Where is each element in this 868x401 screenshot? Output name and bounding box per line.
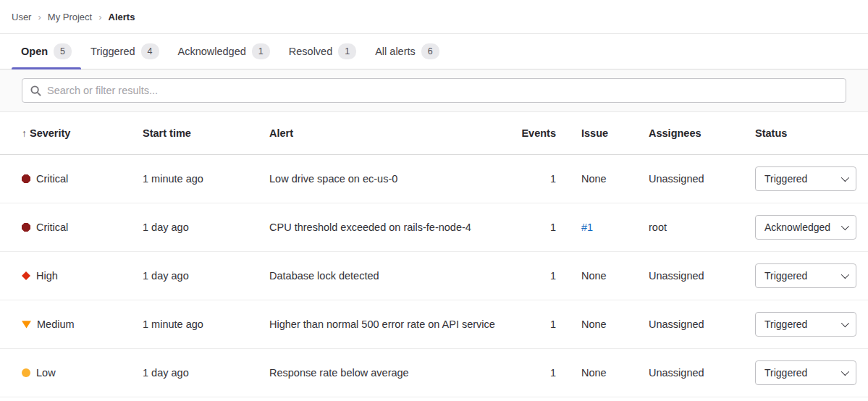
status-cell: Triggered — [744, 360, 856, 385]
severity-icon — [22, 223, 30, 232]
events-count-cell: 1 — [511, 270, 556, 282]
start-time-cell: 1 day ago — [132, 367, 259, 379]
status-dropdown-label: Triggered — [764, 173, 807, 185]
tab-label: Acknowledged — [178, 46, 246, 57]
status-dropdown[interactable]: Triggered — [755, 360, 856, 385]
severity-cell: Low — [12, 367, 132, 379]
tab-count-badge: 1 — [252, 43, 270, 60]
start-time-cell: 1 minute ago — [132, 318, 259, 330]
severity-icon — [22, 174, 30, 183]
status-cell: Acknowledged — [744, 215, 856, 240]
status-dropdown-label: Triggered — [764, 270, 807, 282]
events-count-cell: 1 — [511, 367, 556, 379]
status-dropdown[interactable]: Acknowledged — [755, 215, 856, 240]
status-dropdown[interactable]: Triggered — [755, 166, 856, 191]
alert-title-cell: Response rate below average — [259, 367, 511, 379]
breadcrumb-user[interactable]: User — [12, 12, 31, 22]
alert-title-cell: Database lock detected — [259, 270, 511, 282]
issue-cell: None — [556, 173, 639, 185]
search-input[interactable] — [47, 85, 838, 96]
status-cell: Triggered — [744, 166, 856, 191]
column-header-start-time[interactable]: Start time — [132, 127, 259, 139]
severity-cell: Critical — [12, 173, 132, 185]
chevron-down-icon — [841, 368, 849, 376]
chevron-down-icon — [841, 271, 849, 279]
breadcrumb-separator: › — [98, 12, 101, 22]
issue-cell: None — [556, 367, 639, 379]
alert-title-cell: CPU threshold exceeded on rails-fe-node-… — [259, 221, 511, 233]
sort-ascending-icon: ↑ — [22, 127, 27, 139]
tab-label: Resolved — [289, 46, 332, 57]
column-header-status: Status — [744, 127, 856, 139]
tab-label: Open — [21, 46, 48, 57]
events-count-cell: 1 — [511, 173, 556, 185]
status-dropdown-label: Triggered — [764, 318, 807, 330]
tab-count-badge: 4 — [141, 43, 159, 60]
alert-title-cell: Higher than normal 500 error rate on API… — [259, 318, 511, 330]
tab-count-badge: 5 — [54, 43, 72, 60]
status-dropdown[interactable]: Triggered — [755, 312, 856, 337]
issue-cell: None — [556, 318, 639, 330]
severity-cell: Medium — [12, 318, 132, 330]
events-count-cell: 1 — [511, 221, 556, 233]
tab-count-badge: 6 — [421, 43, 439, 60]
tab-acknowledged[interactable]: Acknowledged 1 — [169, 34, 279, 69]
status-cell: Triggered — [744, 312, 856, 337]
assignees-cell: Unassigned — [639, 270, 744, 282]
severity-cell: Critical — [12, 221, 132, 233]
severity-label: Critical — [36, 221, 68, 233]
breadcrumb: User › My Project › Alerts — [0, 0, 868, 34]
assignees-cell: root — [639, 221, 744, 233]
severity-label: High — [36, 270, 58, 282]
column-header-assignees: Assignees — [639, 127, 744, 139]
start-time-cell: 1 day ago — [132, 221, 259, 233]
severity-label: Medium — [37, 318, 75, 330]
column-header-issue: Issue — [556, 127, 639, 139]
chevron-down-icon — [841, 319, 849, 327]
tab-label: Triggered — [90, 46, 135, 57]
issue-cell: None — [556, 270, 639, 282]
start-time-cell: 1 minute ago — [132, 173, 259, 185]
status-dropdown-label: Triggered — [764, 367, 807, 379]
breadcrumb-separator: › — [38, 12, 41, 22]
breadcrumb-project[interactable]: My Project — [48, 12, 92, 22]
breadcrumb-alerts: Alerts — [109, 12, 135, 22]
search-band — [0, 69, 868, 112]
tab-count-badge: 1 — [338, 43, 356, 60]
severity-cell: High — [12, 270, 132, 282]
alerts-tab-bar: Open 5 Triggered 4 Acknowledged 1 Resolv… — [0, 34, 868, 69]
assignees-cell: Unassigned — [639, 173, 744, 185]
alerts-table-body: Critical 1 minute ago Low drive space on… — [0, 155, 868, 397]
issue-link[interactable]: #1 — [556, 221, 639, 233]
alert-table-row[interactable]: Medium 1 minute ago Higher than normal 5… — [0, 300, 868, 349]
severity-label: Low — [36, 367, 56, 379]
tab-open[interactable]: Open 5 — [12, 34, 81, 69]
alert-table-row[interactable]: Critical 1 day ago CPU threshold exceede… — [0, 203, 868, 252]
alert-table-row[interactable]: Low 1 day ago Response rate below averag… — [0, 349, 868, 397]
severity-icon — [22, 368, 30, 377]
assignees-cell: Unassigned — [639, 367, 744, 379]
tab-resolved[interactable]: Resolved 1 — [279, 34, 366, 69]
search-box[interactable] — [22, 78, 846, 103]
severity-icon — [22, 320, 31, 329]
events-count-cell: 1 — [511, 318, 556, 330]
alert-title-cell: Low drive space on ec-us-0 — [259, 173, 511, 185]
tab-label: All alerts — [375, 46, 416, 57]
severity-label: Critical — [36, 173, 68, 185]
status-cell: Triggered — [744, 263, 856, 288]
search-icon — [30, 85, 41, 96]
tab-triggered[interactable]: Triggered 4 — [81, 34, 168, 69]
column-header-alert: Alert — [259, 127, 511, 139]
alert-table-row[interactable]: Critical 1 minute ago Low drive space on… — [0, 155, 868, 203]
start-time-cell: 1 day ago — [132, 270, 259, 282]
column-header-events: Events — [511, 127, 556, 139]
alert-table-row[interactable]: High 1 day ago Database lock detected 1 … — [0, 252, 868, 300]
alerts-table-header: ↑Severity Start time Alert Events Issue … — [0, 112, 868, 155]
chevron-down-icon — [841, 174, 849, 182]
status-dropdown[interactable]: Triggered — [755, 263, 856, 288]
tab-all-alerts[interactable]: All alerts 6 — [366, 34, 449, 69]
column-header-severity[interactable]: ↑Severity — [12, 127, 132, 139]
severity-icon — [22, 271, 30, 280]
assignees-cell: Unassigned — [639, 318, 744, 330]
status-dropdown-label: Acknowledged — [764, 221, 830, 233]
